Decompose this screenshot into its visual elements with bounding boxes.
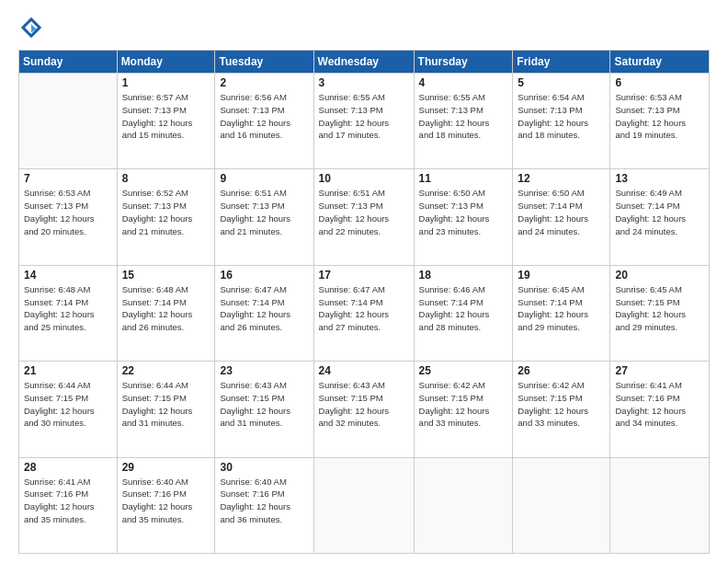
day-number: 28 (24, 461, 112, 474)
day-info: Sunrise: 6:40 AMSunset: 7:16 PMDaylight:… (122, 476, 210, 526)
logo (18, 15, 46, 40)
day-number: 2 (220, 76, 308, 89)
day-info: Sunrise: 6:51 AMSunset: 7:13 PMDaylight:… (319, 187, 409, 237)
day-number: 5 (518, 76, 605, 89)
calendar-cell: 26Sunrise: 6:42 AMSunset: 7:15 PMDayligh… (513, 362, 610, 457)
day-info: Sunrise: 6:52 AMSunset: 7:13 PMDaylight:… (122, 187, 210, 237)
calendar-cell: 12Sunrise: 6:50 AMSunset: 7:14 PMDayligh… (513, 169, 610, 265)
calendar-cell (313, 457, 414, 553)
weekday-header-tuesday: Tuesday (215, 51, 313, 74)
day-info: Sunrise: 6:50 AMSunset: 7:13 PMDaylight:… (419, 187, 508, 237)
weekday-header-sunday: Sunday (19, 51, 118, 74)
day-number: 15 (122, 269, 210, 282)
day-number: 29 (122, 461, 210, 474)
day-info: Sunrise: 6:53 AMSunset: 7:13 PMDaylight:… (24, 187, 112, 237)
day-info: Sunrise: 6:46 AMSunset: 7:14 PMDaylight:… (419, 283, 508, 334)
day-info: Sunrise: 6:56 AMSunset: 7:13 PMDaylight:… (220, 91, 308, 142)
calendar-cell: 8Sunrise: 6:52 AMSunset: 7:13 PMDaylight… (117, 169, 215, 265)
logo-icon (18, 15, 44, 40)
calendar-cell: 24Sunrise: 6:43 AMSunset: 7:15 PMDayligh… (313, 362, 414, 457)
weekday-header-wednesday: Wednesday (313, 51, 414, 74)
calendar-cell: 6Sunrise: 6:53 AMSunset: 7:13 PMDaylight… (610, 74, 710, 169)
calendar-cell: 19Sunrise: 6:45 AMSunset: 7:14 PMDayligh… (513, 265, 610, 361)
calendar-cell: 14Sunrise: 6:48 AMSunset: 7:14 PMDayligh… (19, 265, 118, 361)
day-number: 20 (615, 269, 704, 282)
calendar-cell: 5Sunrise: 6:54 AMSunset: 7:13 PMDaylight… (513, 74, 610, 169)
calendar-cell: 7Sunrise: 6:53 AMSunset: 7:13 PMDaylight… (19, 169, 118, 265)
day-number: 25 (419, 364, 508, 377)
day-number: 24 (319, 364, 409, 377)
header (18, 15, 710, 40)
calendar-header: SundayMondayTuesdayWednesdayThursdayFrid… (19, 51, 710, 74)
day-info: Sunrise: 6:49 AMSunset: 7:14 PMDaylight:… (615, 187, 704, 237)
calendar-cell: 16Sunrise: 6:47 AMSunset: 7:14 PMDayligh… (215, 265, 313, 361)
calendar-cell: 23Sunrise: 6:43 AMSunset: 7:15 PMDayligh… (215, 362, 313, 457)
day-info: Sunrise: 6:53 AMSunset: 7:13 PMDaylight:… (615, 91, 704, 142)
day-info: Sunrise: 6:55 AMSunset: 7:13 PMDaylight:… (319, 91, 409, 142)
day-info: Sunrise: 6:45 AMSunset: 7:14 PMDaylight:… (518, 283, 605, 334)
calendar-week-4: 21Sunrise: 6:44 AMSunset: 7:15 PMDayligh… (19, 362, 710, 457)
calendar-cell: 9Sunrise: 6:51 AMSunset: 7:13 PMDaylight… (215, 169, 313, 265)
day-info: Sunrise: 6:43 AMSunset: 7:15 PMDaylight:… (319, 379, 409, 430)
day-number: 6 (615, 76, 704, 89)
calendar-cell: 15Sunrise: 6:48 AMSunset: 7:14 PMDayligh… (117, 265, 215, 361)
calendar-week-5: 28Sunrise: 6:41 AMSunset: 7:16 PMDayligh… (19, 457, 710, 553)
day-info: Sunrise: 6:45 AMSunset: 7:15 PMDaylight:… (615, 283, 704, 334)
day-number: 3 (319, 76, 409, 89)
calendar-cell: 10Sunrise: 6:51 AMSunset: 7:13 PMDayligh… (313, 169, 414, 265)
weekday-header-row: SundayMondayTuesdayWednesdayThursdayFrid… (19, 51, 710, 74)
day-number: 16 (220, 269, 308, 282)
day-number: 7 (24, 172, 112, 185)
day-number: 14 (24, 269, 112, 282)
calendar-week-1: 1Sunrise: 6:57 AMSunset: 7:13 PMDaylight… (19, 74, 710, 169)
day-info: Sunrise: 6:43 AMSunset: 7:15 PMDaylight:… (220, 379, 308, 430)
day-info: Sunrise: 6:40 AMSunset: 7:16 PMDaylight:… (220, 476, 308, 526)
day-info: Sunrise: 6:48 AMSunset: 7:14 PMDaylight:… (24, 283, 112, 334)
weekday-header-thursday: Thursday (414, 51, 513, 74)
day-number: 19 (518, 269, 605, 282)
weekday-header-monday: Monday (117, 51, 215, 74)
calendar-body: 1Sunrise: 6:57 AMSunset: 7:13 PMDaylight… (19, 74, 710, 554)
day-number: 9 (220, 172, 308, 185)
calendar-cell: 25Sunrise: 6:42 AMSunset: 7:15 PMDayligh… (414, 362, 513, 457)
calendar-table: SundayMondayTuesdayWednesdayThursdayFrid… (18, 50, 710, 554)
day-number: 8 (122, 172, 210, 185)
day-info: Sunrise: 6:51 AMSunset: 7:13 PMDaylight:… (220, 187, 308, 237)
day-number: 23 (220, 364, 308, 377)
weekday-header-friday: Friday (513, 51, 610, 74)
day-info: Sunrise: 6:42 AMSunset: 7:15 PMDaylight:… (518, 379, 605, 430)
day-number: 4 (419, 76, 508, 89)
day-info: Sunrise: 6:42 AMSunset: 7:15 PMDaylight:… (419, 379, 508, 430)
calendar-cell: 18Sunrise: 6:46 AMSunset: 7:14 PMDayligh… (414, 265, 513, 361)
calendar-cell (414, 457, 513, 553)
day-info: Sunrise: 6:57 AMSunset: 7:13 PMDaylight:… (122, 91, 210, 142)
day-number: 17 (319, 269, 409, 282)
day-number: 21 (24, 364, 112, 377)
day-number: 1 (122, 76, 210, 89)
calendar-cell: 1Sunrise: 6:57 AMSunset: 7:13 PMDaylight… (117, 74, 215, 169)
day-number: 11 (419, 172, 508, 185)
calendar-cell: 17Sunrise: 6:47 AMSunset: 7:14 PMDayligh… (313, 265, 414, 361)
day-info: Sunrise: 6:41 AMSunset: 7:16 PMDaylight:… (24, 476, 112, 526)
day-number: 10 (319, 172, 409, 185)
day-number: 12 (518, 172, 605, 185)
day-info: Sunrise: 6:50 AMSunset: 7:14 PMDaylight:… (518, 187, 605, 237)
calendar-week-3: 14Sunrise: 6:48 AMSunset: 7:14 PMDayligh… (19, 265, 710, 361)
day-info: Sunrise: 6:55 AMSunset: 7:13 PMDaylight:… (419, 91, 508, 142)
calendar-cell: 4Sunrise: 6:55 AMSunset: 7:13 PMDaylight… (414, 74, 513, 169)
page: SundayMondayTuesdayWednesdayThursdayFrid… (0, 0, 728, 563)
calendar-cell: 20Sunrise: 6:45 AMSunset: 7:15 PMDayligh… (610, 265, 710, 361)
day-info: Sunrise: 6:47 AMSunset: 7:14 PMDaylight:… (319, 283, 409, 334)
day-info: Sunrise: 6:47 AMSunset: 7:14 PMDaylight:… (220, 283, 308, 334)
calendar-cell: 28Sunrise: 6:41 AMSunset: 7:16 PMDayligh… (19, 457, 118, 553)
calendar-week-2: 7Sunrise: 6:53 AMSunset: 7:13 PMDaylight… (19, 169, 710, 265)
calendar-cell (513, 457, 610, 553)
day-number: 22 (122, 364, 210, 377)
calendar-cell: 13Sunrise: 6:49 AMSunset: 7:14 PMDayligh… (610, 169, 710, 265)
calendar-cell: 27Sunrise: 6:41 AMSunset: 7:16 PMDayligh… (610, 362, 710, 457)
day-number: 26 (518, 364, 605, 377)
calendar-cell: 11Sunrise: 6:50 AMSunset: 7:13 PMDayligh… (414, 169, 513, 265)
calendar-cell (610, 457, 710, 553)
day-number: 13 (615, 172, 704, 185)
day-number: 27 (615, 364, 704, 377)
